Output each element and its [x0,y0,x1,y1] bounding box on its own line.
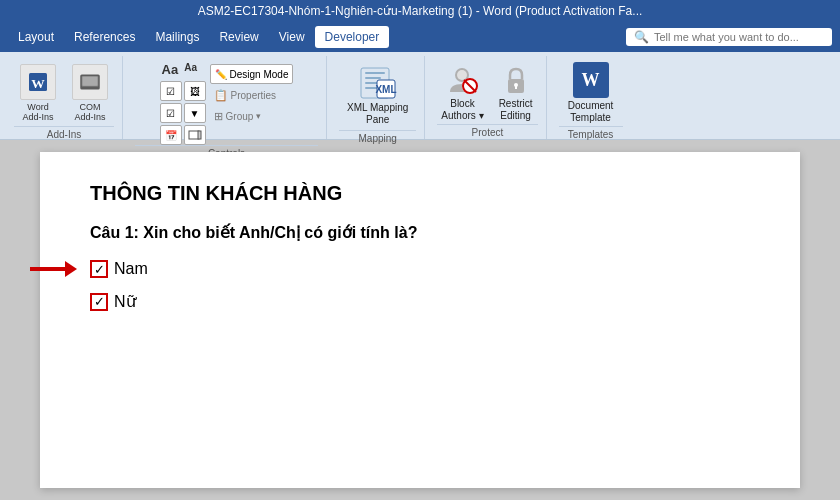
xml-mapping-icon: XML [358,64,398,102]
templates-items: W DocumentTemplate [564,56,618,126]
properties-icon: 📋 [214,89,228,102]
document-question: Câu 1: Xin cho biết Anh/Chị có giới tính… [90,223,750,242]
search-box[interactable]: 🔍 [626,28,832,46]
menu-mailings[interactable]: Mailings [145,26,209,48]
mapping-items: XML XML MappingPane [339,56,416,130]
protect-group-label: Protect [437,124,537,140]
menu-references[interactable]: References [64,26,145,48]
checkbox-ctrl-1[interactable]: ☑ [160,81,182,101]
document-outer: THÔNG TIN KHÁCH HÀNG Câu 1: Xin cho biết… [0,140,840,500]
document-title: THÔNG TIN KHÁCH HÀNG [90,182,750,205]
checkbox-ctrl-2[interactable]: ☑ [160,103,182,123]
controls-items: Aa Aa ☑ 🖼 ☑ ▼ 📅 [160,56,294,145]
checkbox-nu[interactable]: ✓ [90,293,108,311]
group-button[interactable]: ⊞ Group ▾ [210,106,294,126]
block-authors-button[interactable]: BlockAuthors ▾ [437,60,487,124]
aa-col: Aa Aa ☑ 🖼 ☑ ▼ 📅 [160,62,206,145]
svg-rect-23 [515,85,517,89]
xml-mapping-button[interactable]: XML XML MappingPane [339,60,416,130]
group-icon: ⊞ [214,110,223,123]
combo-ctrl[interactable] [184,125,206,145]
dropdown-ctrl[interactable]: ▼ [184,103,206,123]
arrow-head [65,261,77,277]
date-ctrl[interactable]: 📅 [160,125,182,145]
group-dropdown-icon: ▾ [256,111,261,121]
document-template-label: DocumentTemplate [568,100,614,124]
document-area: THÔNG TIN KHÁCH HÀNG Câu 1: Xin cho biết… [40,152,800,488]
ribbon-group-protect: BlockAuthors ▾ RestrictEditing Protect [429,56,546,139]
menu-bar: Layout References Mailings Review View D… [0,22,840,52]
controls-right: ✏️ Design Mode 📋 Properties ⊞ Group ▾ [210,62,294,126]
menu-developer[interactable]: Developer [315,26,390,48]
word-addin-label: WordAdd-Ins [22,102,53,122]
ribbon-group-mapping: XML XML MappingPane Mapping [331,56,425,139]
arrow-indicator [30,261,77,277]
design-mode-icon: ✏️ [215,69,227,80]
search-icon: 🔍 [634,30,649,44]
mapping-group-label: Mapping [339,130,416,146]
option-nam-row: ✓ Nam [90,260,750,278]
search-input[interactable] [654,31,824,43]
add-ins-group-label: Add-Ins [14,126,114,142]
svg-rect-10 [365,72,385,74]
xml-mapping-label: XML MappingPane [347,102,408,126]
option-nu-row: ✓ Nữ [90,292,750,311]
document-template-icon: W [573,62,609,100]
menu-layout[interactable]: Layout [8,26,64,48]
title-text: ASM2-EC17304-Nhóm-1-Nghiên-cứu-Marketing… [198,4,643,18]
group-label: Group [226,111,254,122]
ribbon-group-controls: Aa Aa ☑ 🖼 ☑ ▼ 📅 [127,56,327,139]
add-ins-items: W WordAdd-Ins COMAdd-Ins [14,56,114,126]
ribbon-group-add-ins: W WordAdd-Ins COMAdd-Ins Add-Ins [6,56,123,139]
properties-button[interactable]: 📋 Properties [210,85,294,105]
svg-point-17 [457,70,467,80]
svg-text:XML: XML [375,84,396,95]
restrict-editing-icon [498,62,534,98]
word-addin-icon: W [20,64,56,100]
restrict-editing-button[interactable]: RestrictEditing [494,60,538,124]
svg-text:W: W [31,76,45,91]
checkbox-nam[interactable]: ✓ [90,260,108,278]
option-nam-label: Nam [114,260,148,278]
design-mode-button[interactable]: ✏️ Design Mode [210,64,294,84]
aa-large-button[interactable]: Aa [160,62,181,77]
aa-small-button[interactable]: Aa [182,62,199,77]
document-template-button[interactable]: W DocumentTemplate [564,60,618,126]
com-addin-label: COMAdd-Ins [74,102,105,122]
protect-items: BlockAuthors ▾ RestrictEditing [437,56,537,124]
controls-section: Aa Aa ☑ 🖼 ☑ ▼ 📅 [160,60,294,145]
block-authors-icon [444,62,480,98]
templates-group-label: Templates [559,126,623,142]
title-bar: ASM2-EC17304-Nhóm-1-Nghiên-cứu-Marketing… [0,0,840,22]
image-ctrl[interactable]: 🖼 [184,81,206,101]
menu-review[interactable]: Review [209,26,268,48]
svg-rect-8 [198,131,201,139]
block-authors-label: BlockAuthors ▾ [441,98,483,122]
arrow-shaft [30,267,65,271]
properties-label: Properties [231,90,277,101]
com-addin-icon [72,64,108,100]
ribbon-group-templates: W DocumentTemplate Templates [551,56,631,139]
word-addin-button[interactable]: W WordAdd-Ins [14,60,62,126]
option-nu-label: Nữ [114,292,136,311]
design-mode-label: Design Mode [230,69,289,80]
restrict-editing-label: RestrictEditing [499,98,533,122]
menu-view[interactable]: View [269,26,315,48]
svg-rect-11 [365,77,381,79]
ribbon: W WordAdd-Ins COMAdd-Ins Add-Ins [0,52,840,140]
svg-rect-6 [83,77,98,86]
word-icon: W [573,62,609,98]
com-addin-button[interactable]: COMAdd-Ins [66,60,114,126]
